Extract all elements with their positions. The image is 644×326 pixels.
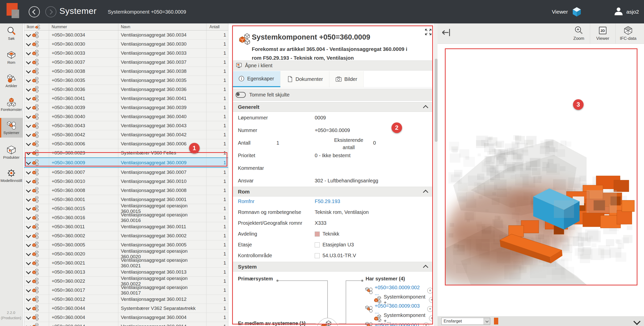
row-antall: 1 — [206, 177, 228, 186]
panel-scrollbar[interactable] — [434, 23, 438, 326]
table-row[interactable]: +050=360.0011 Ventilasjonsaggregat 360.0… — [24, 222, 228, 231]
chevron-down-icon[interactable] — [26, 50, 31, 55]
chevron-down-icon[interactable] — [26, 77, 31, 82]
table-row[interactable]: +050=360.0021 Ventilasjonsaggregat opera… — [24, 258, 228, 268]
viewer-tool-button[interactable]: IFC-data — [615, 23, 641, 44]
chevron-down-icon[interactable] — [26, 206, 31, 211]
chevron-down-icon[interactable] — [26, 278, 31, 283]
chevron-down-icon[interactable] — [26, 169, 31, 174]
sidebar-item-icon — [7, 97, 16, 107]
chevron-down-icon[interactable] — [26, 197, 31, 202]
chevron-down-icon[interactable] — [26, 59, 31, 64]
table-row[interactable]: +050=360.0017 Ventilasjonsaggregat opera… — [24, 286, 228, 295]
chevron-down-icon[interactable] — [26, 32, 31, 37]
row-navn: Ventilasjonsaggregat operasjon 360.0016 — [118, 213, 206, 222]
table-row[interactable]: +050=360.0042 Ventilasjonsaggregat 360.0… — [24, 130, 228, 139]
sidebar-item[interactable]: Modellinnstill — [0, 165, 23, 186]
chevron-down-icon[interactable] — [26, 105, 31, 110]
viewer-mode-label[interactable]: Viewer — [552, 9, 568, 15]
table-row[interactable]: +050=360.0043 Ventilasjonsaggregat 360.0… — [24, 121, 228, 130]
chevron-down-icon[interactable] — [26, 95, 31, 101]
table-row[interactable]: +050=360.0037 Ventilasjonsaggregat 360.0… — [24, 58, 228, 67]
viewer-3d-canvas[interactable] — [445, 48, 637, 285]
chevron-down-icon[interactable] — [26, 215, 31, 220]
chevron-down-icon[interactable] — [26, 323, 31, 326]
collapse-panel-icon[interactable] — [440, 27, 451, 38]
chevron-down-icon[interactable] — [26, 287, 31, 292]
table-row[interactable]: +050=360.0002 Ventilasjonsaggregat 360.0… — [24, 231, 228, 240]
chevron-down-icon[interactable] — [26, 187, 31, 192]
dropdown-arrow-button[interactable] — [484, 318, 490, 324]
row-navn: Systembærer V362 Separatavtrekk — [118, 304, 206, 313]
system-component-icon — [32, 122, 39, 129]
table-row[interactable]: +050=360.0034 Ventilasjonsaggregat 360.0… — [24, 30, 228, 40]
chevron-down-icon[interactable] — [26, 233, 31, 238]
viewer-cube-icon[interactable] — [571, 7, 582, 17]
sidebar-item[interactable]: Produkter — [0, 142, 23, 163]
color-mode-dropdown[interactable]: Ensfarget — [441, 318, 490, 325]
chevron-down-icon[interactable] — [26, 260, 31, 265]
chevron-down-icon[interactable] — [26, 305, 31, 310]
expand-bottom-icon[interactable] — [633, 318, 640, 325]
row-antall: 1 — [206, 304, 228, 313]
row-antall: 1 — [206, 222, 228, 231]
col-navn[interactable]: Navn — [118, 23, 206, 30]
chevron-down-icon[interactable] — [26, 269, 31, 274]
chevron-down-icon[interactable] — [26, 114, 31, 119]
col-nummer[interactable]: Nummer — [49, 23, 118, 30]
chevron-down-icon[interactable] — [26, 86, 31, 91]
table-row[interactable]: +050=360.0044 Systembærer V362 Separatav… — [24, 304, 228, 313]
chevron-down-icon[interactable] — [26, 141, 31, 146]
row-navn: Ventilasjonsaggregat 360.0030 — [118, 40, 206, 48]
row-nummer: +050=360.0011 — [49, 222, 118, 231]
forward-button[interactable] — [45, 6, 56, 17]
chevron-down-icon[interactable] — [26, 41, 31, 46]
system-component-icon — [32, 241, 39, 248]
system-component-icon — [32, 59, 39, 66]
username: asjo2 — [626, 9, 639, 15]
chevron-down-icon[interactable] — [26, 314, 31, 319]
chevron-down-icon[interactable] — [26, 123, 31, 128]
table-row[interactable]: +050=360.0036 Ventilasjonsaggregat 360.0… — [24, 85, 228, 94]
table-row[interactable]: +050=360.0038 Ventilasjonsaggregat 360.0… — [24, 67, 228, 76]
system-component-icon — [32, 305, 39, 312]
table-row[interactable]: +050=360.0008 Ventilasjonsaggregat 360.0… — [24, 186, 228, 195]
chevron-down-icon[interactable] — [26, 242, 31, 247]
table-row[interactable]: +050=360.0033 Ventilasjonsaggregat 360.0… — [24, 49, 228, 58]
system-component-icon — [32, 41, 39, 47]
chevron-down-icon[interactable] — [26, 296, 31, 301]
row-navn: Ventilasjonsaggregat 360.0011 — [118, 222, 206, 231]
chevron-down-icon[interactable] — [26, 251, 31, 256]
table-row[interactable]: +050=360.0030 Ventilasjonsaggregat 360.0… — [24, 40, 228, 49]
table-row[interactable]: +050=360.0004 Ventilasjonsaggregat 360.0… — [24, 313, 228, 322]
row-nummer: +050=360.0033 — [49, 49, 118, 57]
table-row[interactable]: +050=360.0016 Ventilasjonsaggregat opera… — [24, 213, 228, 222]
chevron-down-icon[interactable] — [26, 132, 31, 137]
sidebar-item[interactable]: Systemer — [0, 118, 23, 138]
viewer-tool-button[interactable]: Zoom — [568, 23, 590, 44]
table-row[interactable]: +050=360.0014 Ventilasjonsaggregat 360.0… — [24, 322, 228, 326]
table-header: Ikon Nummer Navn Antall — [24, 23, 228, 30]
sidebar-item[interactable]: Artikler — [0, 70, 23, 92]
table-row[interactable]: +050=360.0035 Ventilasjonsaggregat 360.0… — [24, 76, 228, 85]
scrollbar-thumb[interactable] — [435, 59, 438, 142]
sidebar-item-icon — [7, 145, 16, 154]
table-row[interactable]: +050=360.0040 Ventilasjonsaggregat 360.0… — [24, 112, 228, 121]
sidebar-item[interactable]: Rom — [0, 47, 23, 68]
viewer-tool-button[interactable]: Viewer — [590, 23, 615, 44]
user-menu[interactable]: asjo2 — [613, 7, 639, 17]
col-antall[interactable]: Antall — [206, 23, 228, 30]
table-row[interactable]: +050=360.0012 Ventilasjonsaggregat 360.0… — [24, 295, 228, 304]
table-row[interactable]: +050=360.0007 Ventilasjonsaggregat 360.0… — [24, 168, 228, 177]
table-row[interactable]: +050=360.0010 Ventilasjonsaggregat 360.0… — [24, 177, 228, 186]
back-button[interactable] — [29, 6, 40, 17]
row-navn: Ventilasjonsaggregat 360.0001 — [118, 195, 206, 204]
sidebar-item[interactable]: Søk — [0, 23, 23, 44]
chevron-down-icon[interactable] — [26, 178, 31, 183]
row-nummer: +050=360.0022 — [49, 277, 118, 285]
chevron-down-icon[interactable] — [26, 68, 31, 73]
sidebar-item[interactable]: Forekomster — [0, 94, 23, 115]
chevron-down-icon[interactable] — [26, 224, 31, 229]
table-row[interactable]: +050=360.0041 Ventilasjonsaggregat 360.0… — [24, 94, 228, 103]
table-row[interactable]: +050=360.0039 Ventilasjonsaggregat 360.0… — [24, 103, 228, 112]
